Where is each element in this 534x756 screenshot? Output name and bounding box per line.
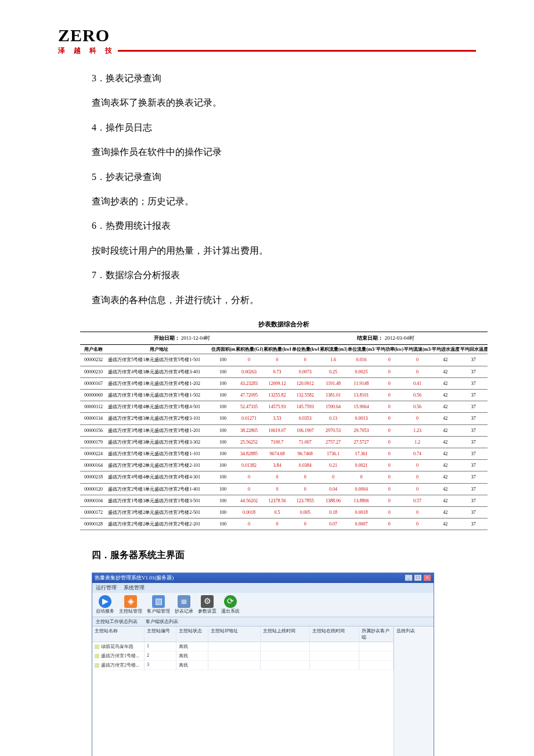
- report-col-header: 累积热量(kwh): [263, 345, 291, 354]
- table-row: 00000164盛德万佳宜3号楼2单元盛德万佳宜3号楼2-1011000.013…: [80, 460, 488, 471]
- list-item[interactable]: 绿荫花鸟青年路1离线: [92, 642, 394, 651]
- item-5-body: 查询抄表的；历史记录。: [92, 193, 476, 210]
- item-7-body: 查询表的各种信息，并进行统计，分析。: [92, 291, 476, 309]
- close-button[interactable]: ×: [423, 574, 431, 581]
- report-title: 抄表数据综合分析: [80, 316, 488, 332]
- item-3-title: 换表记录查询: [106, 73, 161, 83]
- rss-icon: ◈: [124, 595, 137, 608]
- report-start: 开始日期： 2011-12-04时: [80, 332, 284, 344]
- list-item[interactable]: 盛德万佳宜1号楼...2离线: [92, 651, 394, 661]
- side-panel: 选择列表: [394, 627, 434, 756]
- tab-clients[interactable]: 客户端状态列表: [146, 619, 178, 624]
- table-row: 00000179盛德万佳宜3号楼3单元盛德万佳宜3号楼3-30210025.56…: [80, 436, 488, 448]
- maximize-button[interactable]: □: [414, 574, 422, 581]
- item-6-title: 热费用统计报表: [106, 221, 171, 231]
- item-4-title: 操作员日志: [106, 123, 152, 132]
- play-icon: ▶: [99, 595, 111, 608]
- header-divider: [118, 50, 476, 52]
- item-5-title: 抄表记录查询: [106, 172, 161, 182]
- grid-header: 主控站名称 主控站编号 主控站状态 主控站IP地址 主控站上线时间 主控站在线时…: [92, 627, 394, 642]
- menubar: 运行管理 系统管理: [92, 583, 434, 593]
- menu-system[interactable]: 系统管理: [124, 585, 145, 591]
- item-3-body: 查询表坏了换新表的换表记录。: [92, 94, 476, 111]
- report-col-header: 累积热量(GJ): [235, 345, 263, 354]
- table-row: 00000232盛德万佳宜5号楼1单元盛德万佳宜5号楼1-5011000001.…: [80, 354, 488, 366]
- report-col-header: 平均回水温度(℃): [460, 345, 488, 354]
- item-4-body: 查询操作员在软件中的操作记录: [92, 143, 476, 161]
- item-3-num: 3．: [92, 73, 106, 83]
- image-icon: ▧: [152, 595, 165, 608]
- table-row: 00000172盛德万佳宜3号楼2单元盛德万佳宜3号楼2-5011000.001…: [80, 506, 488, 518]
- minimize-button[interactable]: _: [405, 574, 413, 581]
- table-row: 00000112盛德万佳宜1号楼4单元盛德万佳宜1号楼4-50110052.47…: [80, 401, 488, 413]
- tool-start[interactable]: ▶启动服务: [96, 595, 114, 614]
- table-row: 00000156盛德万佳宜3号楼1单元盛德万佳宜3号楼1-20110038.22…: [80, 424, 488, 436]
- menu-run[interactable]: 运行管理: [96, 585, 117, 591]
- report-col-header: 累积流量(m3): [319, 345, 347, 354]
- item-7-num: 7．: [92, 270, 106, 280]
- brand-logo: ZERO: [58, 27, 534, 44]
- document-icon: [95, 654, 99, 658]
- report-col-header: 住房面积(m2): [211, 345, 235, 354]
- table-row: 00000104盛德万佳宜1号楼3单元盛德万佳宜1号楼3-50110044.56…: [80, 495, 488, 506]
- brand-tagline: 泽 越 科 技: [58, 46, 118, 56]
- tool-client[interactable]: ▧客户端管理: [147, 595, 170, 614]
- table-row: 00000218盛德万佳宜4号楼4单元盛德万佳宜4号楼4-30110000000…: [80, 471, 488, 483]
- item-5-num: 5．: [92, 172, 106, 182]
- table-row: 00000069盛德万佳宜1号楼1单元盛德万佳宜1号楼1-50210047.72…: [80, 390, 488, 401]
- table-row: 00000210盛德万佳宜4号楼3单元盛德万佳宜4号楼3-4011000.002…: [80, 366, 488, 377]
- table-row: 00000128盛德万佳宜2号楼2单元盛德万佳宜2号楼2-2011000000.…: [80, 519, 488, 530]
- report-col-header: 平均流速(m3/h): [403, 345, 431, 354]
- list-item[interactable]: 盛德万佳宜2号楼...3离线: [92, 661, 394, 670]
- table-row: 00000120盛德万佳宜2号楼1单元盛德万佳宜2号楼1-4011000000.…: [80, 483, 488, 495]
- table-row: 00000224盛德万佳宜5号楼1单元盛德万佳宜5号楼1-10110034.82…: [80, 448, 488, 459]
- table-row: 00000134盛德万佳宜2号楼3单元盛德万佳宜2号楼3-1011000.012…: [80, 413, 488, 424]
- tool-station[interactable]: ◈主控站管理: [119, 595, 142, 614]
- item-7-title: 数据综合分析报表: [106, 270, 180, 280]
- tool-record[interactable]: ≣抄表记录: [175, 595, 193, 614]
- report-col-header: 平均功率(kw): [376, 345, 403, 354]
- report-end: 结束日期： 2012-03-04时: [284, 332, 488, 344]
- tabbar: 主控站工作状态列表 客户端状态列表: [92, 617, 434, 627]
- side-panel-label: 选择列表: [396, 628, 431, 634]
- list-icon: ≣: [178, 595, 190, 608]
- page-header: ZERO 泽 越 科 技: [0, 0, 534, 56]
- section-4-heading: 四．服务器系统主界面: [92, 546, 476, 564]
- power-icon: ⟳: [224, 595, 237, 608]
- toolbar: ▶启动服务 ◈主控站管理 ▧客户端管理 ≣抄表记录 ⚙参数设置 ⟳退出系统: [92, 593, 434, 617]
- item-6-num: 6．: [92, 221, 106, 231]
- report-col-header: 单位热量(kwh/m2): [291, 345, 319, 354]
- document-icon: [95, 645, 99, 649]
- server-app-window: 热量表集抄管理系统V1.01(服务器) _ □ × 运行管理 系统管理 ▶启动服…: [92, 573, 434, 756]
- window-title: 热量表集抄管理系统V1.01(服务器): [95, 574, 405, 582]
- report-table: 用户名称用户地址住房面积(m2)累积热量(GJ)累积热量(kwh)单位热量(kw…: [80, 345, 488, 530]
- table-row: 00000167盛德万佳宜4号楼1单元盛德万佳宜4号楼1-20210043.23…: [80, 377, 488, 389]
- document-icon: [95, 663, 99, 668]
- report-col-header: 单位流量(m3/m2): [347, 345, 375, 354]
- window-titlebar[interactable]: 热量表集抄管理系统V1.01(服务器) _ □ ×: [92, 573, 434, 583]
- tab-stations[interactable]: 主控站工作状态列表: [96, 619, 138, 624]
- document-body: 3．换表记录查询 查询表坏了换新表的换表记录。 4．操作员日志 查询操作员在软件…: [0, 56, 534, 564]
- grid-panel: 主控站名称 主控站编号 主控站状态 主控站IP地址 主控站上线时间 主控站在线时…: [92, 627, 394, 756]
- report-col-header: 用户名称: [80, 345, 107, 354]
- report-col-header: 平均进水温度(℃): [431, 345, 459, 354]
- report-table-block: 抄表数据综合分析 开始日期： 2011-12-04时 结束日期： 2012-03…: [80, 316, 488, 530]
- tool-settings[interactable]: ⚙参数设置: [198, 595, 217, 614]
- tool-exit[interactable]: ⟳退出系统: [221, 595, 240, 614]
- item-6-body: 按时段统计用户的用热量，并计算出费用。: [92, 242, 476, 260]
- gear-icon: ⚙: [201, 595, 214, 608]
- item-4-num: 4．: [92, 123, 106, 132]
- report-col-header: 用户地址: [107, 345, 211, 354]
